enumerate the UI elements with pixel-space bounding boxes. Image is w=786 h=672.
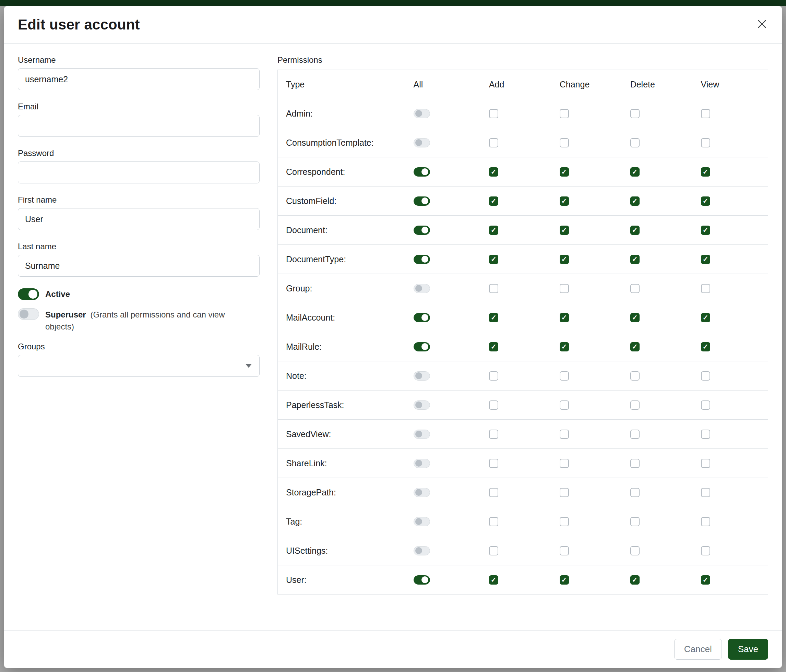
permission-all-toggle[interactable] — [413, 371, 430, 381]
permission-delete-checkbox[interactable] — [630, 138, 640, 148]
permission-change-checkbox[interactable] — [560, 313, 569, 322]
permission-delete-checkbox[interactable] — [630, 109, 640, 118]
permission-change-checkbox[interactable] — [560, 167, 569, 177]
permission-all-toggle[interactable] — [413, 575, 430, 584]
permission-add-checkbox[interactable] — [489, 371, 498, 381]
permission-view-checkbox[interactable] — [701, 430, 710, 439]
permission-add-checkbox[interactable] — [489, 517, 498, 526]
permission-view-checkbox[interactable] — [701, 488, 710, 497]
permission-change-checkbox[interactable] — [560, 138, 569, 148]
permission-all-toggle[interactable] — [413, 167, 430, 177]
permission-change-checkbox[interactable] — [560, 371, 569, 381]
permission-all-toggle[interactable] — [413, 546, 430, 556]
permission-view-checkbox[interactable] — [701, 109, 710, 118]
permission-change-checkbox[interactable] — [560, 284, 569, 293]
permission-delete-checkbox[interactable] — [630, 459, 640, 468]
permission-delete-checkbox[interactable] — [630, 284, 640, 293]
first-name-field[interactable] — [18, 208, 259, 230]
permission-view-checkbox[interactable] — [701, 459, 710, 468]
permission-change-checkbox[interactable] — [560, 400, 569, 410]
permission-change-checkbox[interactable] — [560, 109, 569, 118]
permission-delete-checkbox[interactable] — [630, 342, 640, 352]
permission-add-checkbox[interactable] — [489, 430, 498, 439]
permission-all-toggle[interactable] — [413, 284, 430, 293]
permission-add-checkbox[interactable] — [489, 109, 498, 118]
permission-add-checkbox[interactable] — [489, 284, 498, 293]
permission-add-checkbox[interactable] — [489, 546, 498, 556]
permission-row: User: — [278, 565, 768, 595]
permission-all-toggle[interactable] — [413, 430, 430, 439]
email-field[interactable] — [18, 115, 259, 137]
permission-delete-checkbox[interactable] — [630, 488, 640, 497]
permission-add-checkbox[interactable] — [489, 400, 498, 410]
permission-change-checkbox[interactable] — [560, 226, 569, 235]
permission-view-checkbox[interactable] — [701, 342, 710, 352]
groups-select[interactable] — [18, 355, 259, 377]
close-icon[interactable] — [756, 18, 768, 30]
permission-view-checkbox[interactable] — [701, 400, 710, 410]
permission-view-checkbox[interactable] — [701, 284, 710, 293]
permission-add-checkbox[interactable] — [489, 196, 498, 206]
superuser-toggle[interactable] — [18, 308, 39, 320]
permission-add-checkbox[interactable] — [489, 167, 498, 177]
permission-type: SavedView: — [286, 429, 331, 439]
permission-change-checkbox[interactable] — [560, 255, 569, 264]
active-toggle[interactable] — [18, 288, 39, 300]
permission-view-checkbox[interactable] — [701, 138, 710, 148]
permission-delete-checkbox[interactable] — [630, 430, 640, 439]
permission-all-toggle[interactable] — [413, 313, 430, 322]
permission-view-checkbox[interactable] — [701, 226, 710, 235]
permission-delete-checkbox[interactable] — [630, 371, 640, 381]
permission-type: Admin: — [286, 109, 313, 118]
username-input[interactable] — [18, 68, 259, 90]
permission-add-checkbox[interactable] — [489, 226, 498, 235]
permission-add-checkbox[interactable] — [489, 138, 498, 148]
permission-change-checkbox[interactable] — [560, 517, 569, 526]
permission-all-toggle[interactable] — [413, 342, 430, 352]
permission-change-checkbox[interactable] — [560, 575, 569, 584]
permission-add-checkbox[interactable] — [489, 255, 498, 264]
permission-delete-checkbox[interactable] — [630, 517, 640, 526]
permission-add-checkbox[interactable] — [489, 459, 498, 468]
last-name-field[interactable] — [18, 255, 259, 277]
permission-all-toggle[interactable] — [413, 109, 430, 118]
permission-delete-checkbox[interactable] — [630, 546, 640, 556]
permission-view-checkbox[interactable] — [701, 196, 710, 206]
permission-view-checkbox[interactable] — [701, 371, 710, 381]
password-field[interactable] — [18, 162, 259, 184]
permission-add-checkbox[interactable] — [489, 488, 498, 497]
permission-add-checkbox[interactable] — [489, 342, 498, 352]
permission-view-checkbox[interactable] — [701, 255, 710, 264]
permission-all-toggle[interactable] — [413, 488, 430, 497]
permission-add-checkbox[interactable] — [489, 313, 498, 322]
permission-delete-checkbox[interactable] — [630, 400, 640, 410]
permission-all-toggle[interactable] — [413, 400, 430, 410]
permission-view-checkbox[interactable] — [701, 575, 710, 584]
permission-change-checkbox[interactable] — [560, 459, 569, 468]
permission-change-checkbox[interactable] — [560, 430, 569, 439]
permission-all-toggle[interactable] — [413, 196, 430, 206]
permission-delete-checkbox[interactable] — [630, 255, 640, 264]
permission-view-checkbox[interactable] — [701, 546, 710, 556]
permission-delete-checkbox[interactable] — [630, 575, 640, 584]
permission-view-checkbox[interactable] — [701, 517, 710, 526]
modal-body: Username Email Password First name Last … — [4, 44, 782, 630]
cancel-button[interactable]: Cancel — [674, 639, 722, 659]
permission-all-toggle[interactable] — [413, 255, 430, 264]
permission-delete-checkbox[interactable] — [630, 196, 640, 206]
permission-delete-checkbox[interactable] — [630, 167, 640, 177]
permission-delete-checkbox[interactable] — [630, 226, 640, 235]
permission-all-toggle[interactable] — [413, 226, 430, 235]
permission-change-checkbox[interactable] — [560, 342, 569, 352]
permission-view-checkbox[interactable] — [701, 313, 710, 322]
permission-change-checkbox[interactable] — [560, 488, 569, 497]
permission-all-toggle[interactable] — [413, 459, 430, 468]
permission-all-toggle[interactable] — [413, 517, 430, 526]
permission-view-checkbox[interactable] — [701, 167, 710, 177]
save-button[interactable]: Save — [728, 639, 768, 659]
permission-change-checkbox[interactable] — [560, 196, 569, 206]
permission-delete-checkbox[interactable] — [630, 313, 640, 322]
permission-add-checkbox[interactable] — [489, 575, 498, 584]
permission-change-checkbox[interactable] — [560, 546, 569, 556]
permission-all-toggle[interactable] — [413, 138, 430, 148]
